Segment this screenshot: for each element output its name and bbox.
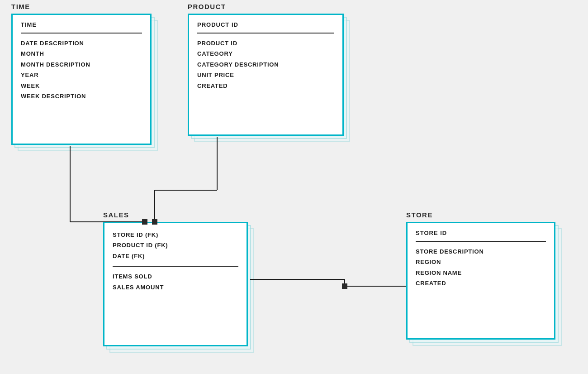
store-field-1: REGION [416,257,546,267]
time-field-5: WEEK DESCRIPTION [21,91,142,101]
sales-table-box: STORE ID (FK) PRODUCT ID (FK) DATE (FK) … [103,222,248,346]
time-field-4: WEEK [21,81,142,91]
product-fields: PRODUCT ID CATEGORY CATEGORY DESCRIPTION… [189,34,342,97]
time-field-0: DATE DESCRIPTION [21,38,142,48]
time-field-2: MONTH DESCRIPTION [21,59,142,70]
sales-pk-field-0: STORE ID (FK) [113,230,238,240]
store-table-box: STORE ID STORE DESCRIPTION REGION REGION… [406,222,555,340]
sales-fields: ITEMS SOLD SALES AMOUNT [104,267,247,299]
product-field-1: CATEGORY [197,48,334,59]
sales-pk-fields: STORE ID (FK) PRODUCT ID (FK) DATE (FK) [104,223,247,266]
store-field-3: CREATED [416,278,546,288]
store-fields: STORE DESCRIPTION REGION REGION NAME CRE… [408,242,554,295]
time-field-1: MONTH [21,48,142,59]
product-field-4: CREATED [197,81,334,91]
time-fields: DATE DESCRIPTION MONTH MONTH DESCRIPTION… [13,34,150,108]
connector-dot-sales-store [342,283,347,289]
product-table-box: PRODUCT ID PRODUCT ID CATEGORY CATEGORY … [188,14,344,136]
product-field-0: PRODUCT ID [197,38,334,48]
product-field-3: UNIT PRICE [197,70,334,80]
diagram-container: TIME TIME DATE DESCRIPTION MONTH MONTH D… [0,0,588,374]
sales-field-0: ITEMS SOLD [113,271,238,282]
sales-pk-field-1: PRODUCT ID (FK) [113,240,238,250]
time-field-3: YEAR [21,70,142,80]
sales-pk-field-2: DATE (FK) [113,251,238,261]
store-field-2: REGION NAME [416,268,546,278]
store-pk: STORE ID [408,223,554,241]
product-pk: PRODUCT ID [189,15,342,33]
product-field-2: CATEGORY DESCRIPTION [197,59,334,70]
store-field-0: STORE DESCRIPTION [416,246,546,257]
connector-dot-time-sales [142,219,147,225]
time-pk: TIME [13,15,150,33]
connector-dot-product-sales [152,219,157,225]
time-table-box: TIME DATE DESCRIPTION MONTH MONTH DESCRI… [11,14,152,145]
sales-field-1: SALES AMOUNT [113,282,238,292]
